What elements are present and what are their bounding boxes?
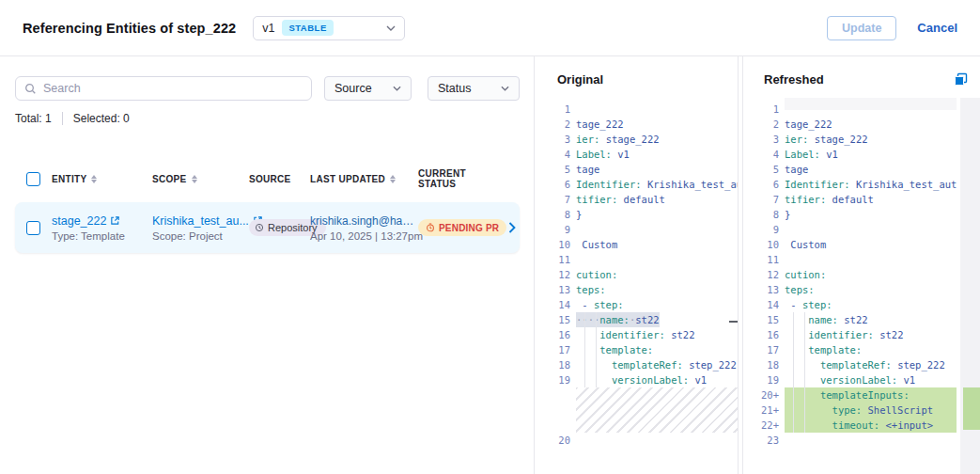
line-number: 7 bbox=[535, 192, 576, 207]
original-panel: Original 12tage_2223ier: stage_2224Label… bbox=[534, 56, 739, 474]
version-value: v1 bbox=[262, 22, 274, 35]
line-number: 23 bbox=[743, 433, 785, 448]
line-number: 12 bbox=[535, 267, 576, 282]
overview-ruler[interactable] bbox=[960, 98, 980, 474]
line-number: 6 bbox=[743, 177, 785, 192]
refreshed-panel: Refreshed 12tage_2223ier: stage_2224Labe… bbox=[742, 56, 980, 474]
select-all-checkbox[interactable] bbox=[26, 172, 40, 186]
code-line: 18 templateRef: step_222 bbox=[743, 357, 957, 372]
scope-link[interactable]: Krishika_test_au... bbox=[152, 214, 249, 228]
code-line: 20 bbox=[535, 433, 738, 448]
column-header-current-status: CURRENT STATUS bbox=[418, 168, 505, 189]
refreshed-panel-title: Refreshed bbox=[764, 72, 824, 87]
line-number: 16 bbox=[535, 327, 576, 342]
code-line: 18 templateRef: step_222 bbox=[535, 357, 738, 372]
code-line: 1 bbox=[743, 102, 957, 117]
code-line: 23 bbox=[743, 433, 957, 448]
line-number: 14 bbox=[535, 297, 576, 312]
chevron-down-icon bbox=[386, 25, 396, 31]
code-line: 2tage_222 bbox=[743, 117, 957, 132]
code-line: 20+ templateInputs: bbox=[743, 387, 957, 403]
line-number: 14 bbox=[743, 297, 785, 312]
sort-icon[interactable] bbox=[91, 175, 97, 183]
yaml-diff-area: Original 12tage_2223ier: stage_2224Label… bbox=[534, 56, 980, 474]
refreshed-code[interactable]: 12tage_2223ier: stage_2224Label: v15tage… bbox=[743, 98, 957, 448]
external-link-icon[interactable] bbox=[110, 215, 120, 226]
line-number: 13 bbox=[535, 282, 576, 297]
line-number: 17 bbox=[743, 342, 785, 357]
sort-icon[interactable] bbox=[390, 175, 396, 183]
status-badge: PENDING PR bbox=[418, 219, 506, 236]
line-number: 6 bbox=[535, 177, 576, 192]
code-line: 11 bbox=[743, 252, 957, 267]
line-number: 11 bbox=[535, 252, 576, 267]
code-line: 13teps: bbox=[535, 282, 738, 297]
line-number: 5 bbox=[535, 162, 576, 177]
updated-at: Apr 10, 2025 | 13:27pm bbox=[310, 230, 418, 242]
code-line: 5tage bbox=[743, 162, 957, 177]
diff-added-marker bbox=[963, 387, 980, 430]
code-line: 9 bbox=[535, 222, 738, 237]
code-line: 5tage bbox=[535, 162, 738, 177]
original-panel-title: Original bbox=[557, 72, 603, 87]
updated-by: krishika.singh@harnes... bbox=[310, 214, 415, 228]
total-count: Total: 1 bbox=[15, 112, 52, 125]
page-title: Referencing Entities of step_222 bbox=[23, 21, 236, 36]
line-number: 17 bbox=[535, 342, 576, 357]
line-number: 18 bbox=[535, 357, 576, 372]
indent-guide bbox=[596, 312, 597, 387]
search-input[interactable] bbox=[43, 82, 303, 95]
line-number: 7 bbox=[743, 192, 785, 207]
column-header-entity: ENTITY bbox=[52, 174, 152, 184]
code-line: 4Label: v1 bbox=[535, 147, 738, 162]
line-number: 15 bbox=[535, 312, 576, 327]
original-code[interactable]: 12tage_2223ier: stage_2224Label: v15tage… bbox=[535, 98, 738, 448]
line-number: 13 bbox=[743, 282, 785, 297]
line-number: 9 bbox=[743, 222, 785, 237]
code-line: 10 Custom bbox=[743, 237, 957, 252]
code-line: 15····name:·st22 bbox=[535, 312, 738, 327]
line-number: 15 bbox=[743, 312, 785, 327]
status-filter-select[interactable]: Status bbox=[428, 76, 520, 101]
line-number: 10 bbox=[743, 237, 785, 252]
line-number: 19 bbox=[743, 372, 785, 387]
column-header-scope: SCOPE bbox=[152, 174, 249, 184]
entity-link[interactable]: stage_222 bbox=[52, 214, 152, 228]
line-number: 3 bbox=[743, 132, 785, 147]
chevron-right-icon[interactable] bbox=[508, 222, 516, 233]
code-line: 9 bbox=[743, 222, 957, 237]
entities-panel: Source Status Total: 1 Selected: 0 ENTIT… bbox=[0, 56, 534, 474]
scope-sub: Scope: Project bbox=[152, 230, 249, 242]
chevron-down-icon bbox=[393, 86, 401, 91]
entity-type: Type: Template bbox=[52, 230, 152, 242]
line-number: 19 bbox=[535, 372, 576, 387]
version-select[interactable]: v1 STABLE bbox=[253, 16, 405, 40]
indent-guide bbox=[804, 312, 805, 433]
code-line: 14 - step: bbox=[743, 297, 957, 312]
source-filter-select[interactable]: Source bbox=[324, 76, 412, 101]
search-icon bbox=[24, 83, 37, 95]
line-number: 20+ bbox=[743, 387, 785, 403]
code-line: 16 identifier: st22 bbox=[743, 327, 957, 342]
row-checkbox[interactable] bbox=[26, 221, 40, 235]
scrollbar-thumb[interactable] bbox=[729, 321, 739, 323]
copy-icon[interactable] bbox=[954, 72, 968, 87]
search-box[interactable] bbox=[15, 76, 312, 101]
code-line: 21+ type: ShellScript bbox=[743, 403, 957, 418]
sort-icon[interactable] bbox=[192, 175, 197, 183]
indent-guide bbox=[584, 312, 585, 387]
update-button[interactable]: Update bbox=[827, 16, 896, 40]
line-number: 2 bbox=[743, 117, 785, 132]
line-number: 4 bbox=[535, 147, 576, 162]
line-number: 4 bbox=[743, 147, 785, 162]
clock-icon bbox=[426, 223, 435, 232]
cancel-button[interactable]: Cancel bbox=[917, 21, 957, 35]
line-number: 1 bbox=[535, 102, 576, 117]
line-number: 3 bbox=[535, 132, 576, 147]
code-line: 16 identifier: st22 bbox=[535, 327, 738, 342]
line-number: 20 bbox=[535, 433, 576, 448]
code-line: 19 versionLabel: v1 bbox=[743, 372, 957, 387]
line-number: 5 bbox=[743, 162, 785, 177]
table-row[interactable]: stage_222 Type: Template Krishika_test_a… bbox=[15, 202, 520, 253]
code-line: 2tage_222 bbox=[535, 117, 738, 132]
